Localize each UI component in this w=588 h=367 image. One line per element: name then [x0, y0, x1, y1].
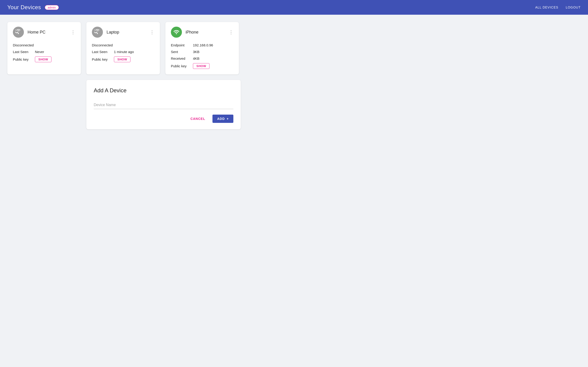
sent-value-iphone: 3KB [193, 50, 199, 54]
last-seen-row-home-pc: Last Seen Never [13, 50, 75, 54]
sent-row-iphone: Sent 3KB [171, 50, 233, 54]
admin-badge: admin [45, 5, 59, 10]
public-key-row-iphone: Public key SHOW [171, 63, 233, 69]
wifi-off-icon [15, 29, 22, 35]
add-device-card: Add A Device CANCEL ADD + [86, 80, 241, 129]
received-row-iphone: Received 4KB [171, 57, 233, 60]
main-content: Home PC ⋮ Disconnected Last Seen Never P… [0, 15, 588, 137]
public-key-label-home-pc: Public key [13, 58, 31, 61]
app-header: Your Devices admin ALL DEVICES LOGOUT [0, 0, 588, 15]
sent-label-iphone: Sent [171, 50, 189, 54]
card-header-left-laptop: Laptop [92, 27, 119, 38]
header-left: Your Devices admin [7, 4, 59, 11]
device-name-input[interactable] [94, 101, 233, 109]
card-info-iphone: Endpoint 192.168.0.96 Sent 3KB Received … [171, 43, 233, 69]
card-header-left-iphone: iPhone [171, 27, 199, 38]
last-seen-value-home-pc: Never [35, 50, 44, 54]
device-name-laptop: Laptop [107, 30, 119, 35]
device-icon-iphone [171, 27, 182, 38]
device-name-iphone: iPhone [186, 30, 199, 35]
devices-grid: Home PC ⋮ Disconnected Last Seen Never P… [7, 22, 581, 75]
endpoint-value-iphone: 192.168.0.96 [193, 43, 213, 47]
card-header-left-home-pc: Home PC [13, 27, 45, 38]
status-home-pc: Disconnected [13, 43, 34, 47]
cancel-button[interactable]: CANCEL [187, 115, 209, 122]
received-value-iphone: 4KB [193, 57, 199, 60]
device-card-laptop: Laptop ⋮ Disconnected Last Seen 1 minute… [86, 22, 160, 75]
logout-link[interactable]: LOGOUT [566, 6, 581, 9]
public-key-label-iphone: Public key [171, 64, 189, 68]
endpoint-label-iphone: Endpoint [171, 43, 189, 47]
received-label-iphone: Received [171, 57, 189, 60]
public-key-row-home-pc: Public key SHOW [13, 57, 75, 62]
endpoint-row-iphone: Endpoint 192.168.0.96 [171, 43, 233, 47]
form-actions: CANCEL ADD + [94, 115, 233, 123]
device-name-home-pc: Home PC [28, 30, 45, 35]
wifi-off-icon-laptop [94, 29, 101, 35]
all-devices-link[interactable]: ALL DEVICES [535, 6, 558, 9]
add-device-button[interactable]: ADD + [212, 115, 233, 123]
last-seen-label-home-pc: Last Seen [13, 50, 31, 54]
device-card-home-pc: Home PC ⋮ Disconnected Last Seen Never P… [7, 22, 81, 75]
more-menu-home-pc[interactable]: ⋮ [71, 30, 75, 34]
card-header-iphone: iPhone ⋮ [171, 27, 233, 38]
show-public-key-laptop[interactable]: SHOW [114, 57, 131, 62]
show-public-key-home-pc[interactable]: SHOW [35, 57, 51, 62]
card-header-home-pc: Home PC ⋮ [13, 27, 75, 38]
header-nav: ALL DEVICES LOGOUT [535, 6, 581, 9]
status-laptop: Disconnected [92, 43, 113, 47]
add-button-label: ADD [217, 117, 225, 121]
last-seen-row-laptop: Last Seen 1 minute ago [92, 50, 154, 54]
add-button-icon: + [227, 117, 229, 121]
device-icon-home-pc [13, 27, 24, 38]
public-key-label-laptop: Public key [92, 58, 110, 61]
more-menu-iphone[interactable]: ⋮ [229, 30, 233, 34]
more-menu-laptop[interactable]: ⋮ [150, 30, 154, 34]
card-header-laptop: Laptop ⋮ [92, 27, 154, 38]
status-row-laptop: Disconnected [92, 43, 154, 47]
last-seen-label-laptop: Last Seen [92, 50, 110, 54]
show-public-key-iphone[interactable]: SHOW [193, 63, 209, 69]
device-icon-laptop [92, 27, 103, 38]
device-card-iphone: iPhone ⋮ Endpoint 192.168.0.96 Sent 3KB … [165, 22, 239, 75]
public-key-row-laptop: Public key SHOW [92, 57, 154, 62]
card-info-home-pc: Disconnected Last Seen Never Public key … [13, 43, 75, 62]
add-device-title: Add A Device [94, 87, 233, 94]
wifi-icon-iphone [173, 29, 180, 35]
page-title: Your Devices [7, 4, 41, 11]
status-row-home-pc: Disconnected [13, 43, 75, 47]
last-seen-value-laptop: 1 minute ago [114, 50, 134, 54]
card-info-laptop: Disconnected Last Seen 1 minute ago Publ… [92, 43, 154, 62]
